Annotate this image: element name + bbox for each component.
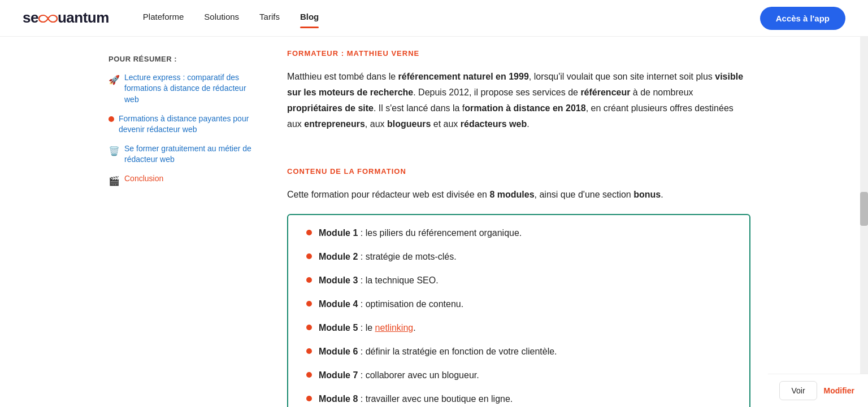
module-7-item: Module 7 : collaborer avec un blogueur.: [306, 369, 731, 382]
logo[interactable]: se uantum: [23, 6, 109, 30]
main-content: FORMATEUR : MATTHIEU VERNE Matthieu est …: [276, 42, 773, 407]
trash-icon: 🗑️: [108, 144, 120, 159]
scrollbar-track[interactable]: [860, 0, 868, 407]
module-bullet-5: [306, 325, 312, 330]
nav-links: Plateforme Solutions Tarifs Blog: [143, 10, 319, 26]
module-3-item: Module 3 : la technique SEO.: [306, 274, 731, 287]
bottom-bar: Voir Modifier: [768, 374, 868, 407]
rocket-icon: 🚀: [108, 73, 120, 87]
module-bullet-6: [306, 348, 312, 354]
contenu-intro: Cette formation pour rédacteur web est d…: [287, 187, 750, 203]
module-3-text: Module 3 : la technique SEO.: [319, 274, 439, 287]
module-5-text: Module 5 : le netlinking.: [319, 321, 416, 335]
module-bullet-7: [306, 372, 312, 378]
formateur-section-title: FORMATEUR : MATTHIEU VERNE: [287, 48, 750, 60]
navbar-left: se uantum Plateforme Solutions Tarifs Bl…: [23, 6, 319, 30]
film-icon: 🎬: [108, 174, 120, 189]
module-bullet-8: [306, 396, 312, 401]
sidebar-item-label-3[interactable]: Se former gratuitement au métier de réda…: [124, 143, 262, 165]
nav-plateforme[interactable]: Plateforme: [143, 10, 184, 26]
formateur-paragraph: Matthieu est tombé dans le référencement…: [287, 69, 750, 132]
module-1-item: Module 1 : les piliers du référencement …: [306, 226, 731, 240]
modifier-button[interactable]: Modifier: [822, 382, 857, 400]
module-5-item: Module 5 : le netlinking.: [306, 321, 731, 335]
sidebar-item-lecture-express[interactable]: 🚀 Lecture express : comparatif des forma…: [108, 72, 262, 106]
modules-box: Module 1 : les piliers du référencement …: [287, 214, 750, 407]
nav-solutions[interactable]: Solutions: [204, 10, 239, 26]
module-bullet-4: [306, 301, 312, 307]
sidebar-item-formations-payantes[interactable]: Formations à distance payantes pour deve…: [108, 113, 262, 135]
sidebar-title: POUR RÉSUMER :: [108, 54, 262, 65]
sidebar-item-label-2[interactable]: Formations à distance payantes pour deve…: [119, 113, 262, 135]
module-bullet-3: [306, 277, 312, 283]
module-2-text: Module 2 : stratégie de mots-clés.: [319, 250, 457, 264]
module-bullet-2: [306, 253, 312, 259]
module-6-text: Module 6 : définir la stratégie en fonct…: [319, 345, 557, 358]
scrollbar-thumb[interactable]: [860, 192, 868, 226]
navbar: se uantum Plateforme Solutions Tarifs Bl…: [0, 0, 868, 37]
module-8-text: Module 8 : travailler avec une boutique …: [319, 392, 513, 406]
contenu-section: CONTENU DE LA FORMATION Cette formation …: [287, 166, 750, 407]
module-2-item: Module 2 : stratégie de mots-clés.: [306, 250, 731, 264]
logo-text: se uantum: [23, 6, 109, 30]
acces-app-button[interactable]: Accès à l'app: [760, 7, 845, 30]
sidebar-item-label-1[interactable]: Lecture express : comparatif des formati…: [124, 72, 262, 106]
page-layout: POUR RÉSUMER : 🚀 Lecture express : compa…: [95, 37, 773, 407]
logo-infinity-icon: [38, 13, 58, 24]
sidebar-item-se-former[interactable]: 🗑️ Se former gratuitement au métier de r…: [108, 143, 262, 165]
module-8-item: Module 8 : travailler avec une boutique …: [306, 392, 731, 406]
sidebar-item-conclusion[interactable]: 🎬 Conclusion: [108, 173, 262, 189]
module-7-text: Module 7 : collaborer avec un blogueur.: [319, 369, 479, 382]
sidebar-item-label-4[interactable]: Conclusion: [124, 173, 163, 185]
nav-tarifs[interactable]: Tarifs: [259, 10, 280, 26]
netlinking-link[interactable]: netlinking: [375, 323, 414, 332]
formateur-section: FORMATEUR : MATTHIEU VERNE Matthieu est …: [287, 48, 750, 132]
module-4-item: Module 4 : optimisation de contenu.: [306, 297, 731, 311]
contenu-section-title: CONTENU DE LA FORMATION: [287, 166, 750, 178]
module-1-text: Module 1 : les piliers du référencement …: [319, 226, 522, 240]
sidebar: POUR RÉSUMER : 🚀 Lecture express : compa…: [95, 42, 276, 407]
orange-bullet-icon: [108, 116, 114, 122]
nav-blog[interactable]: Blog: [300, 10, 319, 26]
module-bullet-1: [306, 230, 312, 235]
module-6-item: Module 6 : définir la stratégie en fonct…: [306, 345, 731, 358]
module-4-text: Module 4 : optimisation de contenu.: [319, 297, 463, 311]
voir-button[interactable]: Voir: [779, 381, 817, 400]
